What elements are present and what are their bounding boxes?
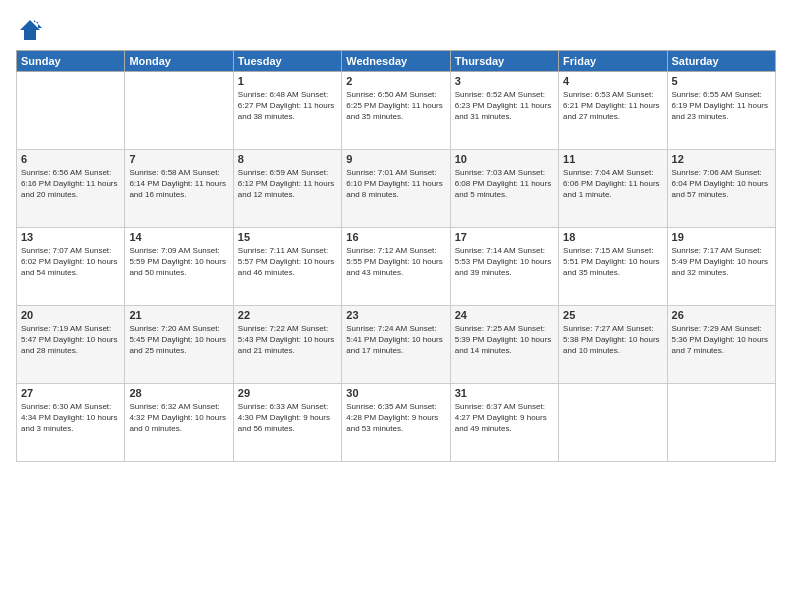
day-number: 29	[238, 387, 337, 399]
calendar-cell: 21Sunrise: 7:20 AM Sunset: 5:45 PM Dayli…	[125, 306, 233, 384]
day-info: Sunrise: 6:56 AM Sunset: 6:16 PM Dayligh…	[21, 167, 120, 201]
day-number: 1	[238, 75, 337, 87]
calendar-cell: 25Sunrise: 7:27 AM Sunset: 5:38 PM Dayli…	[559, 306, 667, 384]
day-info: Sunrise: 6:53 AM Sunset: 6:21 PM Dayligh…	[563, 89, 662, 123]
day-info: Sunrise: 7:14 AM Sunset: 5:53 PM Dayligh…	[455, 245, 554, 279]
calendar-cell	[559, 384, 667, 462]
day-info: Sunrise: 7:22 AM Sunset: 5:43 PM Dayligh…	[238, 323, 337, 357]
day-number: 22	[238, 309, 337, 321]
calendar-cell: 22Sunrise: 7:22 AM Sunset: 5:43 PM Dayli…	[233, 306, 341, 384]
calendar-cell: 12Sunrise: 7:06 AM Sunset: 6:04 PM Dayli…	[667, 150, 775, 228]
calendar-cell: 31Sunrise: 6:37 AM Sunset: 4:27 PM Dayli…	[450, 384, 558, 462]
calendar-cell: 15Sunrise: 7:11 AM Sunset: 5:57 PM Dayli…	[233, 228, 341, 306]
calendar-cell	[17, 72, 125, 150]
day-number: 15	[238, 231, 337, 243]
day-info: Sunrise: 7:07 AM Sunset: 6:02 PM Dayligh…	[21, 245, 120, 279]
day-info: Sunrise: 6:30 AM Sunset: 4:34 PM Dayligh…	[21, 401, 120, 435]
calendar-cell: 9Sunrise: 7:01 AM Sunset: 6:10 PM Daylig…	[342, 150, 450, 228]
calendar-cell: 29Sunrise: 6:33 AM Sunset: 4:30 PM Dayli…	[233, 384, 341, 462]
calendar-cell: 2Sunrise: 6:50 AM Sunset: 6:25 PM Daylig…	[342, 72, 450, 150]
day-info: Sunrise: 7:27 AM Sunset: 5:38 PM Dayligh…	[563, 323, 662, 357]
calendar-cell: 16Sunrise: 7:12 AM Sunset: 5:55 PM Dayli…	[342, 228, 450, 306]
day-number: 19	[672, 231, 771, 243]
calendar-cell: 10Sunrise: 7:03 AM Sunset: 6:08 PM Dayli…	[450, 150, 558, 228]
day-info: Sunrise: 7:06 AM Sunset: 6:04 PM Dayligh…	[672, 167, 771, 201]
day-info: Sunrise: 6:33 AM Sunset: 4:30 PM Dayligh…	[238, 401, 337, 435]
logo	[16, 16, 48, 44]
weekday-header-wednesday: Wednesday	[342, 51, 450, 72]
calendar-cell: 5Sunrise: 6:55 AM Sunset: 6:19 PM Daylig…	[667, 72, 775, 150]
calendar-cell: 28Sunrise: 6:32 AM Sunset: 4:32 PM Dayli…	[125, 384, 233, 462]
calendar-cell	[667, 384, 775, 462]
day-info: Sunrise: 7:01 AM Sunset: 6:10 PM Dayligh…	[346, 167, 445, 201]
weekday-header-friday: Friday	[559, 51, 667, 72]
calendar-cell: 20Sunrise: 7:19 AM Sunset: 5:47 PM Dayli…	[17, 306, 125, 384]
day-info: Sunrise: 7:29 AM Sunset: 5:36 PM Dayligh…	[672, 323, 771, 357]
calendar-cell: 17Sunrise: 7:14 AM Sunset: 5:53 PM Dayli…	[450, 228, 558, 306]
day-number: 17	[455, 231, 554, 243]
weekday-header-tuesday: Tuesday	[233, 51, 341, 72]
weekday-header-thursday: Thursday	[450, 51, 558, 72]
day-number: 16	[346, 231, 445, 243]
calendar-cell: 3Sunrise: 6:52 AM Sunset: 6:23 PM Daylig…	[450, 72, 558, 150]
calendar-cell: 19Sunrise: 7:17 AM Sunset: 5:49 PM Dayli…	[667, 228, 775, 306]
day-number: 10	[455, 153, 554, 165]
day-number: 7	[129, 153, 228, 165]
day-info: Sunrise: 6:55 AM Sunset: 6:19 PM Dayligh…	[672, 89, 771, 123]
weekday-header-sunday: Sunday	[17, 51, 125, 72]
calendar-cell: 24Sunrise: 7:25 AM Sunset: 5:39 PM Dayli…	[450, 306, 558, 384]
day-info: Sunrise: 6:50 AM Sunset: 6:25 PM Dayligh…	[346, 89, 445, 123]
day-number: 3	[455, 75, 554, 87]
day-info: Sunrise: 7:15 AM Sunset: 5:51 PM Dayligh…	[563, 245, 662, 279]
calendar-cell: 8Sunrise: 6:59 AM Sunset: 6:12 PM Daylig…	[233, 150, 341, 228]
day-info: Sunrise: 7:09 AM Sunset: 5:59 PM Dayligh…	[129, 245, 228, 279]
day-info: Sunrise: 7:25 AM Sunset: 5:39 PM Dayligh…	[455, 323, 554, 357]
day-number: 30	[346, 387, 445, 399]
calendar-table: SundayMondayTuesdayWednesdayThursdayFrid…	[16, 50, 776, 462]
day-info: Sunrise: 6:52 AM Sunset: 6:23 PM Dayligh…	[455, 89, 554, 123]
day-info: Sunrise: 7:20 AM Sunset: 5:45 PM Dayligh…	[129, 323, 228, 357]
day-info: Sunrise: 7:03 AM Sunset: 6:08 PM Dayligh…	[455, 167, 554, 201]
day-info: Sunrise: 7:11 AM Sunset: 5:57 PM Dayligh…	[238, 245, 337, 279]
day-number: 25	[563, 309, 662, 321]
calendar-cell: 26Sunrise: 7:29 AM Sunset: 5:36 PM Dayli…	[667, 306, 775, 384]
day-info: Sunrise: 6:35 AM Sunset: 4:28 PM Dayligh…	[346, 401, 445, 435]
calendar-cell: 1Sunrise: 6:48 AM Sunset: 6:27 PM Daylig…	[233, 72, 341, 150]
day-number: 8	[238, 153, 337, 165]
day-info: Sunrise: 6:32 AM Sunset: 4:32 PM Dayligh…	[129, 401, 228, 435]
day-number: 2	[346, 75, 445, 87]
day-number: 21	[129, 309, 228, 321]
day-info: Sunrise: 6:58 AM Sunset: 6:14 PM Dayligh…	[129, 167, 228, 201]
day-number: 28	[129, 387, 228, 399]
day-number: 20	[21, 309, 120, 321]
day-number: 12	[672, 153, 771, 165]
day-number: 11	[563, 153, 662, 165]
day-number: 27	[21, 387, 120, 399]
day-number: 5	[672, 75, 771, 87]
day-info: Sunrise: 7:19 AM Sunset: 5:47 PM Dayligh…	[21, 323, 120, 357]
day-info: Sunrise: 7:17 AM Sunset: 5:49 PM Dayligh…	[672, 245, 771, 279]
day-number: 18	[563, 231, 662, 243]
calendar-cell: 23Sunrise: 7:24 AM Sunset: 5:41 PM Dayli…	[342, 306, 450, 384]
calendar-cell: 4Sunrise: 6:53 AM Sunset: 6:21 PM Daylig…	[559, 72, 667, 150]
day-info: Sunrise: 6:48 AM Sunset: 6:27 PM Dayligh…	[238, 89, 337, 123]
calendar-cell: 6Sunrise: 6:56 AM Sunset: 6:16 PM Daylig…	[17, 150, 125, 228]
day-info: Sunrise: 7:04 AM Sunset: 6:06 PM Dayligh…	[563, 167, 662, 201]
day-info: Sunrise: 7:24 AM Sunset: 5:41 PM Dayligh…	[346, 323, 445, 357]
calendar-cell: 11Sunrise: 7:04 AM Sunset: 6:06 PM Dayli…	[559, 150, 667, 228]
calendar-cell: 18Sunrise: 7:15 AM Sunset: 5:51 PM Dayli…	[559, 228, 667, 306]
calendar-cell: 30Sunrise: 6:35 AM Sunset: 4:28 PM Dayli…	[342, 384, 450, 462]
day-number: 6	[21, 153, 120, 165]
day-number: 31	[455, 387, 554, 399]
calendar-cell: 13Sunrise: 7:07 AM Sunset: 6:02 PM Dayli…	[17, 228, 125, 306]
day-number: 26	[672, 309, 771, 321]
day-info: Sunrise: 6:59 AM Sunset: 6:12 PM Dayligh…	[238, 167, 337, 201]
day-number: 9	[346, 153, 445, 165]
day-info: Sunrise: 7:12 AM Sunset: 5:55 PM Dayligh…	[346, 245, 445, 279]
calendar-cell: 7Sunrise: 6:58 AM Sunset: 6:14 PM Daylig…	[125, 150, 233, 228]
calendar-cell	[125, 72, 233, 150]
weekday-header-monday: Monday	[125, 51, 233, 72]
weekday-header-saturday: Saturday	[667, 51, 775, 72]
day-number: 23	[346, 309, 445, 321]
day-number: 14	[129, 231, 228, 243]
